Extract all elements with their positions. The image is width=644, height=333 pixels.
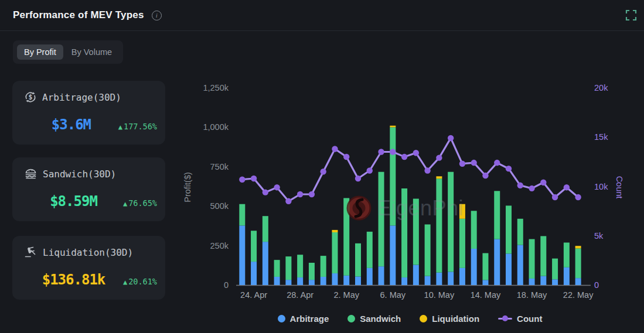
bar-segment-arbitrage[interactable] — [332, 273, 338, 285]
bar-segment-sandwich[interactable] — [552, 259, 558, 280]
bar-segment-arbitrage[interactable] — [251, 262, 257, 285]
bar-segment-arbitrage[interactable] — [263, 242, 268, 285]
bar-segment-sandwich[interactable] — [367, 232, 373, 268]
bar-segment-arbitrage[interactable] — [425, 276, 431, 285]
bar-segment-sandwich[interactable] — [321, 256, 326, 277]
count-point[interactable] — [540, 180, 546, 186]
count-point[interactable] — [297, 191, 303, 197]
bar-segment-sandwich[interactable] — [436, 178, 442, 272]
bar-segment-sandwich[interactable] — [343, 198, 349, 275]
legend-item-liquidation[interactable]: Liquidation — [420, 314, 479, 324]
bar-segment-liquidation[interactable] — [332, 230, 338, 232]
count-point[interactable] — [355, 176, 361, 181]
info-icon[interactable]: i — [152, 11, 162, 20]
bar-segment-arbitrage[interactable] — [367, 268, 373, 285]
count-point[interactable] — [332, 146, 338, 152]
count-point[interactable] — [471, 160, 477, 166]
bar-segment-arbitrage[interactable] — [564, 267, 570, 285]
count-point[interactable] — [263, 189, 268, 195]
count-point[interactable] — [285, 198, 291, 204]
bar-segment-sandwich[interactable] — [332, 232, 338, 273]
bar-segment-arbitrage[interactable] — [239, 225, 245, 285]
count-point[interactable] — [274, 184, 280, 190]
count-point[interactable] — [494, 160, 500, 166]
expand-icon[interactable] — [625, 9, 637, 21]
bar-segment-sandwich[interactable] — [517, 219, 523, 245]
count-point[interactable] — [343, 154, 349, 160]
count-point[interactable] — [401, 154, 407, 160]
bar-segment-sandwich[interactable] — [251, 231, 257, 262]
bar-segment-sandwich[interactable] — [540, 236, 546, 276]
bar-segment-arbitrage[interactable] — [459, 268, 465, 285]
bar-segment-arbitrage[interactable] — [436, 273, 442, 285]
bar-segment-arbitrage[interactable] — [448, 272, 454, 285]
bar-segment-sandwich[interactable] — [390, 127, 396, 225]
bar-segment-sandwich[interactable] — [506, 205, 512, 253]
count-point[interactable] — [459, 161, 465, 167]
tab-by-profit[interactable]: By Profit — [17, 44, 63, 60]
bar-segment-arbitrage[interactable] — [390, 225, 396, 285]
bar-segment-arbitrage[interactable] — [494, 239, 500, 285]
count-point[interactable] — [413, 150, 419, 156]
bar-segment-arbitrage[interactable] — [482, 280, 488, 285]
bar-segment-liquidation[interactable] — [575, 246, 581, 248]
bar-segment-sandwich[interactable] — [529, 239, 535, 279]
bar-segment-arbitrage[interactable] — [309, 280, 315, 285]
bar-segment-arbitrage[interactable] — [355, 276, 361, 285]
bar-segment-liquidation[interactable] — [459, 204, 465, 219]
count-point[interactable] — [424, 167, 430, 173]
bar-segment-arbitrage[interactable] — [575, 278, 581, 285]
bar-segment-arbitrage[interactable] — [343, 276, 349, 285]
bar-segment-arbitrage[interactable] — [285, 280, 291, 285]
bar-segment-sandwich[interactable] — [575, 248, 581, 278]
count-point[interactable] — [390, 149, 396, 155]
bar-segment-sandwich[interactable] — [494, 191, 500, 239]
bar-segment-sandwich[interactable] — [401, 188, 407, 277]
bar-segment-sandwich[interactable] — [355, 243, 361, 277]
bar-segment-sandwich[interactable] — [297, 255, 303, 277]
legend-item-sandwich[interactable]: Sandwich — [347, 314, 401, 324]
legend-item-count[interactable]: Count — [498, 314, 542, 324]
bar-segment-arbitrage[interactable] — [321, 277, 326, 285]
bar-segment-sandwich[interactable] — [471, 211, 477, 249]
bar-segment-arbitrage[interactable] — [297, 277, 303, 285]
count-point[interactable] — [367, 167, 373, 173]
bar-segment-sandwich[interactable] — [482, 253, 488, 280]
legend-item-arbitrage[interactable]: Arbitrage — [278, 314, 329, 324]
bar-segment-sandwich[interactable] — [448, 172, 454, 272]
bar-segment-arbitrage[interactable] — [506, 253, 512, 285]
bar-segment-arbitrage[interactable] — [401, 277, 407, 285]
count-point[interactable] — [482, 173, 488, 178]
bar-segment-sandwich[interactable] — [564, 242, 570, 267]
bar-segment-arbitrage[interactable] — [471, 249, 477, 285]
bar-segment-sandwich[interactable] — [459, 219, 465, 268]
bar-segment-liquidation[interactable] — [436, 176, 442, 178]
bar-segment-arbitrage[interactable] — [379, 266, 384, 285]
bar-segment-sandwich[interactable] — [239, 204, 245, 226]
count-point[interactable] — [309, 191, 315, 197]
bar-segment-arbitrage[interactable] — [274, 277, 280, 285]
count-point[interactable] — [552, 194, 558, 200]
count-point[interactable] — [564, 184, 570, 190]
bar-segment-arbitrage[interactable] — [413, 265, 419, 285]
bar-segment-sandwich[interactable] — [425, 224, 431, 276]
tab-by-volume[interactable]: By Volume — [64, 44, 119, 60]
bar-segment-sandwich[interactable] — [263, 216, 268, 242]
count-point[interactable] — [320, 169, 326, 174]
bar-segment-sandwich[interactable] — [309, 263, 315, 280]
count-point[interactable] — [517, 183, 523, 188]
bar-segment-arbitrage[interactable] — [552, 279, 558, 285]
bar-segment-liquidation[interactable] — [390, 126, 396, 128]
count-point[interactable] — [239, 177, 245, 183]
bar-segment-arbitrage[interactable] — [517, 245, 523, 285]
bar-segment-sandwich[interactable] — [285, 256, 291, 280]
chart-canvas[interactable]: 0250k500k750k1,000k1,250k05k10k15k20kPro… — [176, 76, 644, 313]
bar-segment-sandwich[interactable] — [413, 199, 419, 265]
count-point[interactable] — [506, 166, 512, 171]
count-point[interactable] — [378, 149, 384, 155]
bar-segment-arbitrage[interactable] — [540, 276, 546, 285]
count-point[interactable] — [529, 186, 534, 191]
count-point[interactable] — [448, 135, 454, 141]
count-point[interactable] — [436, 155, 442, 160]
count-line[interactable] — [242, 138, 578, 201]
